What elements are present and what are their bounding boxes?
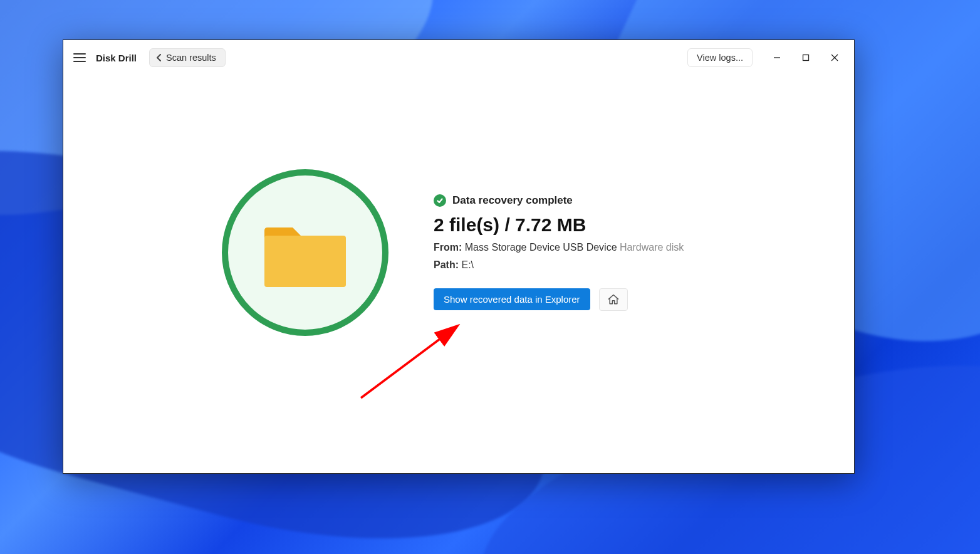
back-scan-results-button[interactable]: Scan results <box>149 48 226 67</box>
app-window: Disk Drill Scan results View logs... <box>63 39 855 474</box>
view-logs-button[interactable]: View logs... <box>687 48 753 67</box>
home-icon <box>607 293 620 306</box>
window-controls <box>763 48 849 68</box>
maximize-icon <box>802 54 810 61</box>
back-label: Scan results <box>166 53 216 63</box>
close-button[interactable] <box>820 48 849 68</box>
from-suffix: Hardware disk <box>620 242 684 253</box>
minimize-icon <box>773 54 781 61</box>
svg-rect-8 <box>264 236 346 287</box>
from-label: From: <box>434 242 462 253</box>
size-value: 7.72 MB <box>515 214 586 235</box>
svg-rect-4 <box>803 55 809 61</box>
path-value: E:\ <box>461 259 474 270</box>
chevron-left-icon <box>156 54 162 61</box>
path-label: Path: <box>434 259 459 270</box>
maximize-button[interactable] <box>791 48 820 68</box>
file-count: 2 <box>434 214 444 235</box>
recovery-result: Data recovery complete 2 file(s) / 7.72 … <box>221 168 697 337</box>
home-button[interactable] <box>599 288 628 311</box>
close-icon <box>831 54 838 61</box>
titlebar: Disk Drill Scan results View logs... <box>63 40 854 75</box>
from-value: Mass Storage Device USB Device <box>465 242 617 253</box>
folder-icon <box>221 168 390 337</box>
result-headline: 2 file(s) / 7.72 MB <box>434 214 697 236</box>
menu-icon[interactable] <box>71 49 88 66</box>
status-text: Data recovery complete <box>452 194 573 207</box>
file-unit: file(s) <box>449 214 499 235</box>
view-logs-label: View logs... <box>697 53 743 63</box>
success-folder-badge <box>221 168 390 337</box>
svg-line-10 <box>361 328 455 398</box>
actions-row: Show recovered data in Explorer <box>434 288 697 311</box>
minimize-button[interactable] <box>763 48 791 68</box>
status-row: Data recovery complete <box>434 194 697 207</box>
app-title: Disk Drill <box>96 53 137 63</box>
from-row: From: Mass Storage Device USB Device Har… <box>434 242 697 253</box>
check-icon <box>434 194 446 207</box>
divider-slash: / <box>504 214 515 235</box>
recovery-info: Data recovery complete 2 file(s) / 7.72 … <box>434 194 697 311</box>
content-area: Data recovery complete 2 file(s) / 7.72 … <box>63 75 854 473</box>
show-in-explorer-button[interactable]: Show recovered data in Explorer <box>434 288 590 310</box>
path-row: Path: E:\ <box>434 259 697 271</box>
